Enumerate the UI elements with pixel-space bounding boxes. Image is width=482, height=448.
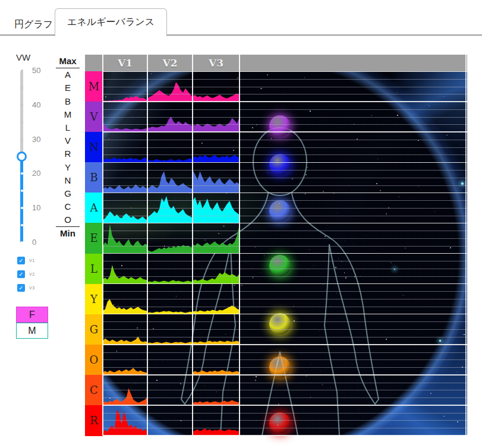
scale-legend-min: Min [56, 226, 80, 240]
vw-slider-active-track[interactable] [20, 157, 23, 243]
header-cell-blank-4 [240, 55, 467, 71]
checkbox-v3-label: V3 [29, 286, 35, 290]
vw-slider-mark-40 [21, 104, 23, 106]
grid-subline [103, 269, 467, 269]
app-window: 円グラフ エネルギーバランス VW 50403020100 Max AEBMLV… [0, 0, 482, 448]
grid-row-boundary-2 [103, 131, 467, 132]
grid-subline [103, 307, 467, 307]
grid-subline [103, 147, 467, 148]
grid-subline [103, 87, 467, 87]
grid-subline [103, 383, 467, 383]
scale-legend-letter-R: R [56, 147, 80, 160]
row-label-M: M [85, 71, 103, 102]
chart-header: V1V2V3 [85, 55, 467, 71]
grid-subline [103, 329, 467, 330]
grid-subline [103, 79, 467, 80]
grid-subline [103, 178, 467, 178]
grid-lines [85, 71, 467, 436]
row-label-Y: Y [85, 284, 103, 315]
grid-subline [103, 140, 467, 140]
vw-slider-mark-35 [21, 121, 23, 124]
grid-subline [103, 261, 467, 261]
vw-slider-tick-10: 10 [32, 203, 40, 212]
vw-slider-tick-50: 50 [32, 66, 40, 75]
vw-slider-tick-0: 0 [32, 238, 36, 247]
grid-row-boundary-6 [103, 253, 467, 254]
checkbox-v1[interactable]: ✓V1 [17, 257, 53, 265]
column-separator-2 [192, 55, 193, 436]
scale-legend-letter-E: E [56, 81, 80, 94]
grid-subline [103, 117, 467, 118]
grid-subline [103, 170, 467, 171]
vw-slider-mark-45 [21, 87, 23, 89]
scale-legend-letter-G: G [56, 187, 80, 200]
header-cell-v1: V1 [103, 55, 147, 71]
checkbox-v2-label: V2 [29, 272, 35, 276]
vw-slider-mark-10 [21, 207, 23, 209]
grid-subline [103, 276, 467, 277]
checkbox-v2-box[interactable]: ✓ [17, 270, 25, 278]
grid-subline [103, 109, 467, 110]
vw-slider-mark-50 [21, 70, 23, 72]
grid-row-boundary-7 [103, 283, 467, 285]
header-cell-v2: V2 [147, 55, 193, 71]
column-separator-0 [102, 55, 103, 436]
checkbox-v1-box[interactable]: ✓ [17, 257, 25, 264]
grid-subline [103, 352, 467, 353]
vw-slider-label: VW [16, 52, 30, 62]
grid-subline [103, 390, 467, 390]
grid-row-boundary-12 [103, 435, 467, 436]
vw-slider-handle[interactable] [17, 152, 27, 162]
vw-slider-mark-15 [21, 190, 23, 192]
grid-row-boundary-5 [103, 223, 467, 224]
scale-legend-letter-Y: Y [56, 161, 80, 174]
grid-row-boundary-10 [103, 374, 467, 376]
f-button[interactable]: F [16, 307, 48, 323]
header-cell-blank-0 [85, 55, 103, 71]
grid-subline [103, 291, 467, 292]
scale-legend: Max AEBMLVRYNGCO Min [56, 55, 80, 241]
vw-slider-mark-20 [21, 172, 23, 175]
scale-legend-letter-A: A [56, 68, 80, 81]
grid-subline [103, 321, 467, 322]
vw-slider-mark-0 [21, 241, 23, 244]
row-label-C: C [85, 375, 103, 406]
scale-legend-letter-N: N [56, 174, 80, 187]
grid-subline [103, 428, 467, 428]
tab-pie-chart[interactable]: 円グラフ [6, 14, 61, 34]
grid-subline [103, 238, 467, 239]
row-label-B: B [85, 162, 103, 193]
vw-slider-tick-40: 40 [32, 100, 40, 109]
grid-subline [103, 359, 467, 360]
scale-legend-letter-C: C [56, 200, 80, 213]
grid-subline [103, 208, 467, 209]
row-label-A: A [85, 193, 103, 223]
vw-slider-mark-5 [21, 224, 23, 226]
grid-subline [103, 124, 467, 125]
grid-row-boundary-4 [103, 193, 467, 194]
grid-row-boundary-1 [103, 101, 467, 102]
grid-subline [103, 216, 467, 216]
grid-subline [103, 337, 467, 337]
row-label-N: N [85, 132, 103, 163]
grid-subline [103, 413, 467, 414]
scale-legend-max: Max [56, 55, 80, 68]
checkbox-v3[interactable]: ✓V3 [17, 284, 53, 292]
checkbox-v3-box[interactable]: ✓ [17, 284, 25, 292]
m-button[interactable]: M [16, 323, 48, 339]
grid-subline [103, 200, 467, 201]
column-separator-4 [465, 55, 467, 436]
grid-subline [103, 397, 467, 398]
grid-subline [103, 299, 467, 299]
grid-row-boundary-8 [103, 314, 467, 315]
column-separator-1 [147, 55, 148, 436]
checkbox-v2[interactable]: ✓V2 [17, 270, 53, 279]
vw-slider-mark-30 [21, 138, 23, 141]
grid-subline [103, 154, 467, 155]
grid-subline [103, 231, 467, 231]
grid-subline [103, 246, 467, 247]
tab-energy-balance[interactable]: エネルギーバランス [55, 8, 167, 36]
grid-row-boundary-3 [103, 162, 467, 163]
vw-slider-tick-20: 20 [32, 169, 40, 178]
checkbox-v1-label: V1 [29, 258, 35, 263]
